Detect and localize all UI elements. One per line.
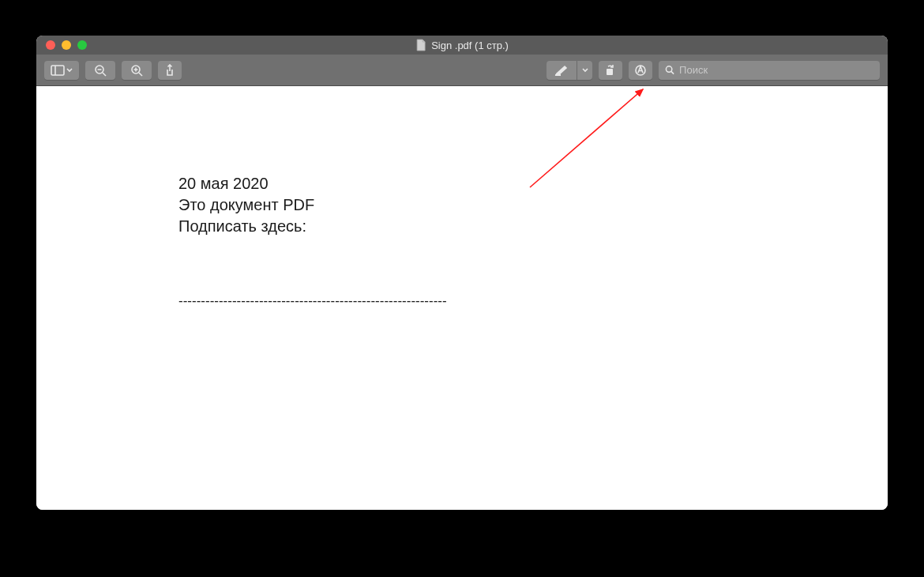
document-viewport[interactable]: 20 мая 2020 Это документ PDF Подписать з…	[36, 86, 888, 510]
svg-line-6	[139, 73, 142, 76]
close-button[interactable]	[46, 40, 55, 50]
doc-line-2: Это документ PDF	[178, 194, 447, 216]
doc-line-3: Подписать здесь:	[178, 216, 447, 237]
highlight-dropdown-button[interactable]	[577, 61, 592, 80]
annotation-arrow	[526, 86, 652, 191]
markup-button[interactable]	[629, 61, 652, 80]
svg-line-16	[530, 89, 643, 187]
svg-rect-11	[607, 69, 613, 75]
maximize-button[interactable]	[77, 40, 87, 50]
search-input[interactable]	[679, 64, 873, 76]
sidebar-icon	[51, 65, 65, 76]
window-title-text: Sign .pdf (1 стр.)	[431, 40, 509, 51]
traffic-lights	[36, 40, 87, 50]
sidebar-toggle-button[interactable]	[44, 61, 79, 80]
highlight-icon	[554, 65, 569, 76]
rotate-icon	[604, 64, 617, 77]
document-icon	[415, 39, 426, 51]
window-title: Sign .pdf (1 стр.)	[415, 39, 509, 51]
minimize-button[interactable]	[62, 40, 71, 50]
zoom-in-icon	[130, 64, 143, 77]
toolbar	[36, 55, 888, 86]
markup-icon	[634, 64, 647, 77]
search-icon	[665, 65, 674, 75]
doc-signature-line: ----------------------------------------…	[178, 292, 447, 311]
chevron-down-icon	[582, 68, 588, 73]
preview-window: Sign .pdf (1 стр.)	[36, 36, 888, 510]
zoom-out-button[interactable]	[85, 61, 115, 80]
doc-line-1: 20 мая 2020	[178, 173, 447, 194]
svg-point-13	[666, 66, 671, 72]
zoom-out-icon	[94, 64, 107, 77]
highlight-group	[547, 61, 592, 80]
search-field-wrap[interactable]	[659, 61, 880, 80]
rotate-button[interactable]	[599, 61, 622, 80]
document-text: 20 мая 2020 Это документ PDF Подписать з…	[178, 173, 447, 311]
svg-rect-0	[51, 66, 64, 75]
share-icon	[164, 64, 175, 77]
svg-line-3	[103, 73, 106, 76]
highlight-button[interactable]	[547, 61, 577, 80]
chevron-down-icon	[66, 68, 73, 73]
zoom-in-button[interactable]	[122, 61, 152, 80]
titlebar: Sign .pdf (1 стр.)	[36, 36, 888, 55]
svg-line-14	[671, 71, 674, 74]
share-button[interactable]	[158, 61, 182, 80]
